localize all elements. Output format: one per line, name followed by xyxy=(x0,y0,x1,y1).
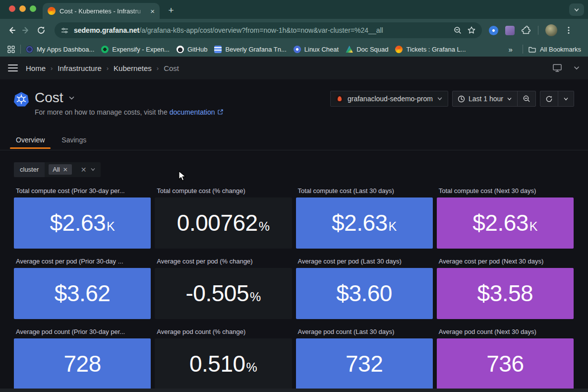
password-extension-icon[interactable] xyxy=(489,26,498,35)
bookmark-item[interactable]: Beverly Grafana Tn... xyxy=(214,46,286,53)
filter-chevron-icon[interactable] xyxy=(90,167,96,172)
bookmark-star-icon[interactable] xyxy=(467,26,476,35)
tab-savings[interactable]: Savings xyxy=(59,133,88,150)
blue-circle-favicon xyxy=(294,46,301,53)
view-tabs: Overview Savings xyxy=(0,133,588,150)
browser-tab[interactable]: Cost - Kubernetes - Infrastru × xyxy=(43,3,160,19)
breadcrumb-kubernetes[interactable]: Kubernetes xyxy=(114,64,152,72)
bookmark-item[interactable]: Doc Squad xyxy=(346,46,388,53)
kiosk-mode-icon[interactable] xyxy=(552,64,562,72)
bookmark-item[interactable]: My Apps Dashboa... xyxy=(26,46,94,53)
panel-title[interactable]: Total compute cost (% change) xyxy=(155,186,292,197)
panel-title[interactable]: Total compute cost (Last 30 days) xyxy=(296,186,433,197)
panel-title[interactable]: Average cost per pod (Next 30 days) xyxy=(437,257,574,268)
bookmark-item[interactable]: Tickets : Grafana L... xyxy=(395,46,466,53)
breadcrumb-cost: Cost xyxy=(164,64,179,72)
window-close-button[interactable] xyxy=(9,5,15,12)
back-button[interactable] xyxy=(4,23,19,38)
panel-title[interactable]: Average pod count (Prior 30-day per... xyxy=(14,327,151,338)
panel-value: $3.62 xyxy=(14,268,151,319)
bookmark-label: Beverly Grafana Tn... xyxy=(225,46,286,53)
breadcrumb: Home › Infrastructure › Kubernetes › Cos… xyxy=(26,64,179,72)
reload-button[interactable] xyxy=(34,23,49,38)
dashboard-content: Cost For more on how to manage costs, vi… xyxy=(0,79,588,392)
stat-number: 0.510 xyxy=(189,350,245,377)
grafana-flame-favicon xyxy=(395,46,403,53)
apps-grid-icon[interactable] xyxy=(7,45,15,54)
stat-panel: Average cost per pod (Next 30 days)$3.58 xyxy=(437,257,574,319)
datasource-picker[interactable]: grafanacloud-sedemo-prom xyxy=(330,91,448,107)
stat-panel: Average cost per pod (% change)-0.505% xyxy=(155,257,292,319)
cluster-filter: cluster All ✕ ✕ xyxy=(14,162,101,177)
panel-title[interactable]: Average cost per pod (% change) xyxy=(155,257,292,268)
zoom-out-button[interactable] xyxy=(518,91,535,106)
new-tab-button[interactable]: + xyxy=(165,4,177,17)
panel-title[interactable]: Average pod count (Last 30 days) xyxy=(296,327,433,338)
stat-panel: Average pod count (% change)0.510% xyxy=(155,327,292,390)
bookmarks-overflow-icon[interactable]: » xyxy=(509,45,513,54)
refresh-interval-dropdown[interactable] xyxy=(558,91,574,106)
stat-number: 736 xyxy=(486,350,524,377)
github-favicon xyxy=(176,46,184,53)
bookmark-item[interactable]: Linux Cheat xyxy=(294,46,339,53)
cluster-filter-value[interactable]: All ✕ xyxy=(49,164,72,175)
profile-avatar[interactable] xyxy=(545,24,557,36)
mega-menu-icon[interactable] xyxy=(8,64,18,72)
url-text[interactable]: sedemo.grafana.net/a/grafana-k8s-app/cos… xyxy=(74,26,448,34)
stat-number: $3.62 xyxy=(55,280,111,307)
breadcrumb-home[interactable]: Home xyxy=(26,64,46,72)
forward-button[interactable] xyxy=(19,23,34,38)
page-title: Cost xyxy=(35,90,63,106)
bookmark-label: My Apps Dashboa... xyxy=(37,46,94,53)
panel-title[interactable]: Average pod count (% change) xyxy=(155,327,292,338)
bookmarks-divider xyxy=(20,45,21,54)
panel-title[interactable]: Total compute cost (Next 30 days) xyxy=(437,186,574,197)
site-settings-icon[interactable] xyxy=(60,26,69,35)
browser-menu-icon[interactable] xyxy=(564,26,573,35)
clear-filter-icon[interactable]: ✕ xyxy=(81,166,87,174)
stat-panel: Average cost per pod (Prior 30-day ...$3… xyxy=(14,257,151,319)
tab-search-button[interactable] xyxy=(569,3,584,16)
url-bar[interactable]: sedemo.grafana.net/a/grafana-k8s-app/cos… xyxy=(55,22,482,38)
breadcrumb-separator: › xyxy=(51,65,53,72)
bookmark-list: My Apps Dashboa...Expensify - Expen...Gi… xyxy=(26,46,473,53)
documentation-link[interactable]: documentation xyxy=(170,108,215,116)
tab-title: Cost - Kubernetes - Infrastru xyxy=(59,7,146,15)
panel-title[interactable]: Average cost per pod (Last 30 days) xyxy=(296,257,433,268)
remove-value-icon[interactable]: ✕ xyxy=(63,166,68,173)
panel-title[interactable]: Average pod count (Next 30 days) xyxy=(437,327,574,338)
stat-panel: Total compute cost (% change)0.00762% xyxy=(155,186,292,249)
refresh-button[interactable] xyxy=(540,91,558,106)
stat-panel: Average pod count (Last 30 days)732 xyxy=(296,327,433,390)
extensions-puzzle-icon[interactable] xyxy=(522,26,531,35)
subtitle-text: For more on how to manage costs, visit t… xyxy=(35,108,168,116)
bookmark-item[interactable]: GitHub xyxy=(176,46,207,53)
chevron-down-icon xyxy=(563,96,569,102)
chevron-down-icon xyxy=(574,7,580,13)
stat-number: $3.58 xyxy=(477,280,533,307)
tab-close-icon[interactable]: × xyxy=(150,7,155,15)
tab-overview[interactable]: Overview xyxy=(14,133,47,150)
zoom-icon[interactable] xyxy=(453,26,462,35)
extension-icon[interactable] xyxy=(505,26,515,35)
all-bookmarks-button[interactable]: All Bookmarks xyxy=(528,45,581,54)
bookmark-item[interactable]: Expensify - Expen... xyxy=(101,46,170,53)
breadcrumb-infrastructure[interactable]: Infrastructure xyxy=(58,64,101,72)
stat-panel: Total compute cost (Next 30 days)$2.63K xyxy=(437,186,574,249)
stat-panel: Average cost per pod (Last 30 days)$3.60 xyxy=(296,257,433,319)
stat-number: $2.63 xyxy=(332,209,388,236)
stat-panel: Total compute cost (Last 30 days)$2.63K xyxy=(296,186,433,249)
chevron-down-icon[interactable] xyxy=(573,65,580,71)
window-zoom-button[interactable] xyxy=(30,5,36,12)
panel-title[interactable]: Average cost per pod (Prior 30-day ... xyxy=(14,257,151,268)
stat-number: 0.00762 xyxy=(177,209,258,236)
title-chevron-icon[interactable] xyxy=(68,95,75,101)
window-minimize-button[interactable] xyxy=(19,5,26,12)
folder-icon xyxy=(528,45,536,54)
panel-title[interactable]: Total compute cost (Prior 30-day per... xyxy=(14,186,151,197)
time-range-button[interactable]: Last 1 hour xyxy=(453,91,517,106)
panel-value: 0.00762% xyxy=(155,197,292,249)
prometheus-icon xyxy=(336,95,344,103)
bookmarks-bar: My Apps Dashboa...Expensify - Expen...Gi… xyxy=(0,42,588,57)
panel-value: $3.58 xyxy=(437,268,574,319)
